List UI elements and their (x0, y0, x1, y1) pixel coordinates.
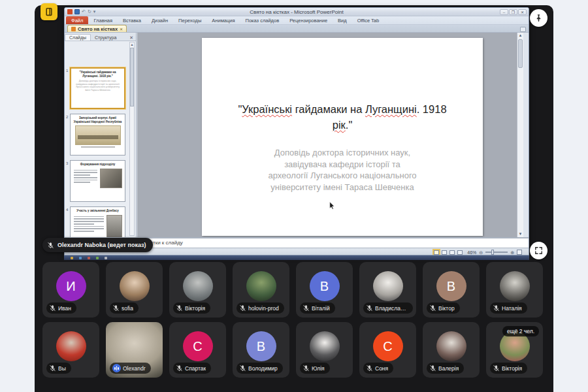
reading-view-icon[interactable] (449, 250, 455, 255)
tab-bar-menu-icon[interactable] (520, 27, 526, 32)
thumbnail-photo (100, 169, 122, 188)
ribbon-tab-review[interactable]: Рецензирование (284, 16, 333, 24)
ribbon-tab-slideshow[interactable]: Показ слайдов (240, 16, 285, 24)
close-panel-icon[interactable]: ✕ (129, 35, 136, 41)
participant-name: Юлія (312, 365, 325, 372)
participant-name-pill: holovin-prod (237, 302, 284, 314)
mic-muted-icon (239, 304, 246, 312)
slide-title: "Українські гайдамаки на Луганщині. 1918… (202, 101, 483, 133)
window-title: Свято на кістках - Microsoft PowerPoint (65, 9, 529, 15)
scroll-up-icon[interactable]: ▲ (130, 42, 134, 47)
ribbon-tab-animations[interactable]: Анимация (206, 16, 240, 24)
participant-tile[interactable]: Olexandr (106, 322, 163, 378)
participant-tile[interactable]: С Спартак (169, 322, 226, 378)
mic-muted-icon (49, 365, 56, 372)
more-participants-badge[interactable]: ещё 2 чел. (502, 326, 539, 336)
slideshow-view-icon[interactable] (457, 250, 463, 255)
presenter-name: Olexandr Naboka (ведет показ) (57, 242, 146, 248)
participant-tile[interactable]: И Иван (42, 262, 99, 318)
taskbar-icon (105, 257, 107, 259)
ribbon-tab-transitions[interactable]: Переходы (173, 16, 206, 24)
avatar: В (246, 331, 276, 361)
mic-muted-icon (366, 304, 373, 312)
mic-muted-icon (302, 304, 310, 312)
zoom-slider[interactable] (485, 252, 508, 253)
slide-title-line1: "Українські гайдамаки на Луганщині. 1918 (202, 101, 483, 117)
scrollbar-thumb[interactable] (130, 48, 134, 106)
taskbar-icon (88, 257, 90, 259)
scrollbar-thumb[interactable] (518, 39, 523, 68)
zoom-out-icon[interactable]: ⊖ (479, 250, 483, 255)
participant-name: Віталій (312, 305, 330, 312)
slide-number: 3 (66, 161, 69, 165)
ribbon-tab-design[interactable]: Дизайн (146, 16, 173, 24)
scroll-up-icon[interactable]: ▲ (517, 33, 523, 39)
panel-scrollbar[interactable]: ▲ (129, 42, 135, 236)
slide-sorter-view-icon[interactable] (442, 250, 447, 255)
ribbon-tab-bar: Файл Главная Вставка Дизайн Переходы Ани… (65, 16, 529, 25)
participant-name: holovin-prod (248, 305, 279, 312)
document-tab-bar: Свято на кістках ✕ (65, 25, 529, 33)
participant-tile[interactable]: Вікторія (169, 262, 226, 318)
participant-tile[interactable]: holovin-prod (233, 262, 289, 318)
minimize-button[interactable]: – (500, 9, 508, 15)
participant-tile[interactable]: Валерія (423, 322, 480, 378)
participant-tile[interactable]: Наталія (486, 262, 543, 318)
scroll-down-icon[interactable]: ▼ (517, 231, 523, 237)
fit-to-window-icon[interactable] (517, 250, 522, 255)
restore-button[interactable]: ❐ (509, 9, 517, 15)
zoom-in-icon[interactable]: ⊕ (510, 250, 514, 255)
document-tab-label: Свято на кістках (78, 26, 118, 32)
mic-muted-icon (302, 365, 310, 372)
participant-tile[interactable]: С Соня (359, 322, 416, 378)
participant-name-pill: Вікторія (490, 363, 527, 374)
participant-name-pill: Валерія (427, 363, 464, 374)
participant-tile[interactable]: В Володимир (233, 322, 289, 378)
close-tab-icon[interactable]: ✕ (120, 27, 123, 31)
avatar-initial-letter: В (257, 339, 265, 354)
app-logo-icon[interactable] (41, 3, 57, 20)
ribbon-tab-view[interactable]: Вид (333, 16, 352, 24)
slide-title-line2: рік." (202, 117, 483, 133)
taskbar-icon (79, 257, 82, 259)
participant-tile[interactable]: Юлія (296, 322, 353, 378)
participant-name-pill: Віталій (300, 302, 335, 314)
mic-muted-icon (429, 365, 436, 372)
slide-subtitle: Доповідь доктора історичних наук, завіду… (202, 147, 483, 193)
mic-muted-icon (112, 304, 120, 312)
slide-thumbnail-2[interactable]: Запорізький корпус Армії Української Нар… (70, 114, 125, 155)
participant-tile[interactable]: sofia (106, 262, 163, 318)
avatar-photo (183, 271, 213, 301)
thumbnail-text-lines (73, 215, 105, 238)
participant-name: Соня (375, 365, 388, 372)
thumbnail-title: Формування підрозділу (71, 161, 125, 167)
participant-tile[interactable]: Вы (42, 322, 99, 378)
thumbnail-caption-line (81, 146, 115, 148)
tab-slides[interactable]: Слайды (65, 34, 91, 41)
slide-thumbnail-3[interactable]: Формування підрозділу (70, 160, 125, 202)
close-button[interactable]: ✕ (518, 9, 527, 15)
ribbon-tab-insert[interactable]: Вставка (118, 16, 146, 24)
participant-name: Спартак (185, 365, 206, 372)
expand-screen-button[interactable] (530, 242, 547, 259)
avatar-photo (500, 271, 530, 301)
participant-tile[interactable]: Вікторія ещё 2 чел. (486, 322, 543, 378)
slide-thumbnail-1[interactable]: "Українські гайдамаки на Луганщині. 1918… (70, 67, 125, 109)
ribbon-tab-officetab[interactable]: Office Tab (352, 16, 385, 24)
participant-name: Olexandr (123, 365, 146, 372)
participant-tile[interactable]: Владислав Н (359, 262, 416, 318)
tab-outline[interactable]: Структура (91, 35, 120, 41)
slide-scrollbar[interactable]: ▲ ▼ (517, 33, 523, 237)
door-icon (44, 7, 54, 17)
avatar-photo (373, 271, 403, 301)
pin-button[interactable] (530, 9, 547, 27)
normal-view-icon[interactable] (434, 250, 439, 255)
participant-tile[interactable]: В Віктор (423, 262, 480, 318)
thumbnail-title: "Українські гайдамаки на Луганщині. 1918… (71, 69, 124, 78)
document-tab[interactable]: Свято на кістках ✕ (67, 25, 127, 32)
thumbnail-photo (75, 125, 121, 145)
participant-tile[interactable]: В Віталій (296, 262, 353, 318)
ribbon-tab-file[interactable]: Файл (66, 16, 88, 24)
ribbon-tab-home[interactable]: Главная (88, 16, 118, 24)
zoom-slider-thumb[interactable] (491, 250, 494, 255)
